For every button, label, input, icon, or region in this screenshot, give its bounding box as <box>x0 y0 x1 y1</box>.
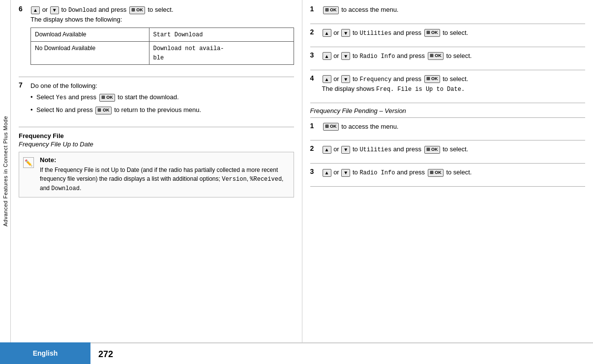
main-content: 6 ▲ or ▼ to Download and press ⊞ OK to s… <box>11 0 593 342</box>
pencil-icon: ✏️ <box>23 157 34 168</box>
step-7: 7 Do one of the following: Select Yes an… <box>19 81 294 122</box>
step-2-pending: 2 ▲ or ▼ to Utilities and press ⊞ OK to … <box>310 144 586 158</box>
arrow-down-2r: ▼ <box>341 29 350 37</box>
press-3r: and press <box>397 52 427 59</box>
step-2r-number: 2 <box>310 28 319 38</box>
separator <box>310 70 586 70</box>
step-2r-content: ▲ or ▼ to Utilities and press ⊞ OK to se… <box>322 28 586 38</box>
ok-button-icon-2r: ⊞ OK <box>424 29 440 37</box>
step-6: 6 ▲ or ▼ to Download and press ⊞ OK to s… <box>19 5 294 72</box>
freq-heading: Frequency File <box>19 132 294 140</box>
table-cell: Download not availa-ble <box>149 41 294 64</box>
arrow-down-3r: ▼ <box>341 52 350 60</box>
press-2r: and press <box>393 29 423 36</box>
list-item: Select Yes and press ⊞ OK to start the d… <box>30 92 294 102</box>
separator <box>310 24 586 24</box>
to-2p: to <box>353 145 359 153</box>
step-4r-content: ▲ or ▼ to Frequency and press ⊞ OK to se… <box>322 74 586 94</box>
table-cell: No Download Available <box>31 41 149 64</box>
step-4r-number: 4 <box>310 74 319 94</box>
step-3p-number: 3 <box>310 168 319 177</box>
display-text-4r: The display shows <box>322 85 375 92</box>
separator <box>310 103 586 103</box>
step-1-right: 1 ⊞ OK to access the menu. <box>310 5 586 19</box>
step-6-number: 6 <box>19 5 28 68</box>
freq-subheading: Frequency File Up to Date <box>19 140 294 148</box>
or-3r: or <box>333 52 341 59</box>
to-select-3r: to select. <box>446 52 472 59</box>
step-1p-content: ⊞ OK to access the menu. <box>322 122 586 132</box>
ok-button-icon-1r: ⊞ OK <box>323 6 339 14</box>
ok-button-icon-6: ⊞ OK <box>129 6 145 14</box>
page-number: 272 <box>98 349 113 360</box>
radioinfo-code-p: Radio Info <box>359 169 395 176</box>
to-start-text: to start the download. <box>118 93 178 101</box>
ok-button-icon-4r: ⊞ OK <box>424 75 440 83</box>
table-cell: Start Download <box>149 28 294 41</box>
note-title: Note: <box>40 156 290 164</box>
arrow-up-2p: ▲ <box>323 146 331 154</box>
pending-subheading: Frequency File Pending – Version <box>310 107 586 114</box>
arrow-up-icon: ▲ <box>30 6 40 13</box>
or-4r: or <box>333 75 341 83</box>
to-select-6: to select. <box>148 6 173 13</box>
step-3-right: 3 ▲ or ▼ to Radio Info and press ⊞ OK to… <box>310 51 586 65</box>
to-select-3p: to select. <box>446 168 472 176</box>
ok-button-icon-1p: ⊞ OK <box>323 123 339 131</box>
step-1r-content: ⊞ OK to access the menu. <box>322 5 586 15</box>
utilities-code-p: Utilities <box>359 146 391 153</box>
separator <box>310 163 586 164</box>
ok-button-icon-3r: ⊞ OK <box>428 52 444 60</box>
step-6-content: ▲ or ▼ to Download and press ⊞ OK to sel… <box>30 5 294 68</box>
step-1-pending: 1 ⊞ OK to access the menu. <box>310 122 586 136</box>
ok-button-icon-7a: ⊞ OK <box>99 94 115 102</box>
separator <box>19 77 294 77</box>
step-7-bullets: Select Yes and press ⊞ OK to start the d… <box>30 92 294 115</box>
press-text: and press <box>65 106 95 113</box>
separator <box>310 47 586 47</box>
press-text: and press <box>68 93 98 101</box>
table-row: No Download Available Download not avail… <box>31 41 294 64</box>
to-3p: to <box>353 168 359 176</box>
no-code: No <box>56 107 63 114</box>
press-2p: and press <box>393 145 423 153</box>
step-7-text: Do one of the following: <box>30 82 97 89</box>
list-item: Select No and press ⊞ OK to return to th… <box>30 105 294 115</box>
to-select-4r: to select. <box>443 75 468 83</box>
to-3r: to <box>353 52 359 59</box>
press-4r: and press <box>393 75 423 83</box>
ok-button-icon-2p: ⊞ OK <box>424 146 440 154</box>
language-bar: English <box>0 342 90 364</box>
or-text-6: or <box>42 6 50 13</box>
arrow-down-3p: ▼ <box>341 169 350 177</box>
left-column: 6 ▲ or ▼ to Download and press ⊞ OK to s… <box>11 0 302 342</box>
arrow-down-2p: ▼ <box>341 146 350 154</box>
download-code: Download <box>68 7 97 14</box>
footer: English 272 <box>0 342 593 364</box>
step-2p-number: 2 <box>310 144 319 154</box>
step-1p-text: to access the menu. <box>341 123 398 130</box>
to-return-text: to return to the previous menu. <box>114 106 201 113</box>
to-text-6: to <box>61 6 68 13</box>
press-3p: and press <box>397 168 427 176</box>
table-cell: Download Available <box>31 28 149 41</box>
note-box: ✏️ Note: If the Frequency File is not Up… <box>19 152 294 197</box>
step-2p-content: ▲ or ▼ to Utilities and press ⊞ OK to se… <box>322 144 586 154</box>
step-3p-content: ▲ or ▼ to Radio Info and press ⊞ OK to s… <box>322 168 586 177</box>
ok-button-icon-3p: ⊞ OK <box>428 169 444 177</box>
ok-button-icon-7b: ⊞ OK <box>95 107 111 114</box>
frequency-code: Frequency <box>359 76 391 83</box>
step-4-right: 4 ▲ or ▼ to Frequency and press ⊞ OK to … <box>310 74 586 98</box>
yes-code: Yes <box>56 94 67 101</box>
separator <box>310 117 586 118</box>
freq-display-code: Freq. File is Up to Date. <box>376 86 465 93</box>
separator <box>19 127 294 127</box>
select-text: Select <box>36 106 56 113</box>
step-3r-content: ▲ or ▼ to Radio Info and press ⊞ OK to s… <box>322 51 586 61</box>
display-text-6: The display shows the following: <box>30 16 122 23</box>
to-select-2r: to select. <box>443 29 468 36</box>
arrow-up-3p: ▲ <box>323 169 331 177</box>
to-4r: to <box>353 75 359 83</box>
or-3p: or <box>333 168 341 176</box>
note-text: If the Frequency File is not Up to Date … <box>40 166 290 193</box>
